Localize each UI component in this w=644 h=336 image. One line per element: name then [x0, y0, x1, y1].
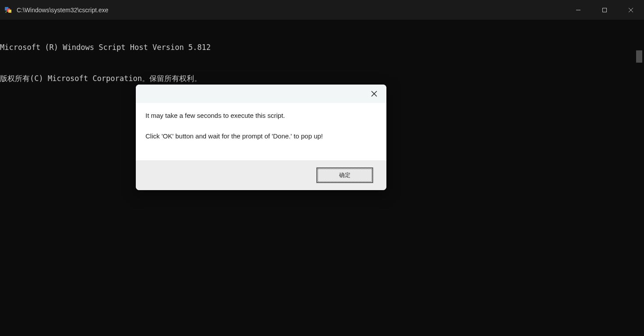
dialog-content: It may take a few seconds to execute thi… — [136, 103, 386, 160]
window-controls — [565, 0, 644, 20]
dialog-titlebar — [136, 85, 386, 103]
console-line: 版权所有(C) Microsoft Corporation。保留所有权利。 — [0, 74, 644, 84]
vertical-scrollbar[interactable] — [636, 50, 642, 63]
close-button[interactable] — [618, 0, 644, 20]
window-titlebar: C:\Windows\system32\cscript.exe — [0, 0, 644, 20]
svg-rect-4 — [603, 8, 607, 12]
dialog-message-1: It may take a few seconds to execute thi… — [145, 111, 377, 121]
minimize-button[interactable] — [565, 0, 591, 20]
window-title: C:\Windows\system32\cscript.exe — [17, 7, 565, 14]
cscript-icon — [4, 6, 12, 14]
maximize-button[interactable] — [591, 0, 618, 20]
dialog-message-2: Click 'OK' button and wait for the promp… — [145, 131, 377, 141]
svg-rect-2 — [8, 10, 11, 13]
dialog-footer: 确定 — [136, 160, 386, 190]
dialog-close-button[interactable] — [367, 87, 381, 101]
console-line: Microsoft (R) Windows Script Host Versio… — [0, 42, 644, 53]
ok-button[interactable]: 确定 — [316, 167, 373, 183]
message-dialog: It may take a few seconds to execute thi… — [136, 85, 386, 190]
